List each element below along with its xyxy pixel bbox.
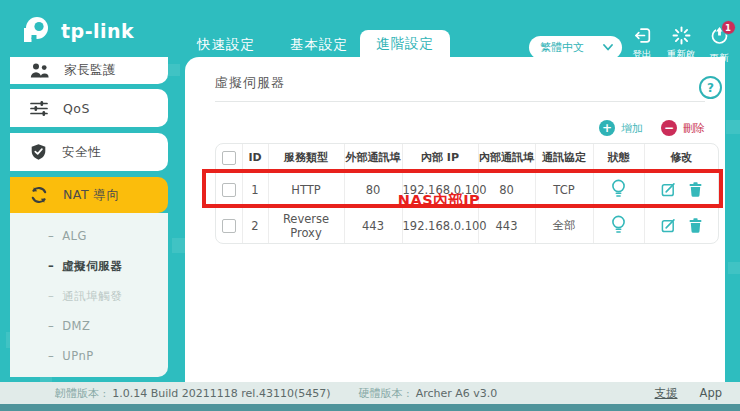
language-value: 繁體中文: [540, 40, 584, 55]
table-row: 2 Reverse Proxy 443 192.168.0.100 443 全部: [216, 208, 718, 244]
cell-service-type: HTTP: [268, 172, 344, 208]
status-lightbulb-icon[interactable]: [611, 179, 626, 198]
sidebar-item-qos[interactable]: QoS: [10, 89, 168, 127]
col-service-type: 服務類型: [268, 144, 344, 172]
col-status: 狀態: [593, 144, 644, 172]
tp-link-logo: tp-link: [16, 13, 134, 49]
footer-bar: 韌體版本 : 1.0.14 Build 20211118 rel.43110(5…: [0, 382, 740, 404]
reboot-label: 重新啟動: [664, 48, 698, 70]
logo-text: tp-link: [61, 20, 134, 42]
security-shield-icon: [30, 143, 47, 161]
nat-submenu: ALG 虛擬伺服器 通訊埠觸發 DMZ UPnP: [10, 213, 168, 377]
app-link[interactable]: App: [700, 386, 722, 400]
reboot-button[interactable]: 重新啟動: [662, 26, 700, 70]
submenu-item-upnp[interactable]: UPnP: [10, 341, 168, 371]
tp-link-logo-icon: [16, 13, 52, 49]
col-id: ID: [242, 144, 268, 172]
chevron-down-icon: [603, 44, 613, 51]
support-link[interactable]: 支援: [655, 386, 678, 401]
select-all-checkbox[interactable]: [222, 151, 236, 165]
title-divider: [215, 101, 705, 102]
sidebar-item-label: 家長監護: [64, 62, 116, 79]
cell-external-port: 443: [344, 208, 402, 244]
delete-label: 刪除: [683, 121, 705, 136]
col-internal-ip: 內部 IP: [402, 144, 478, 172]
status-lightbulb-icon[interactable]: [611, 215, 626, 234]
cell-protocol: TCP: [535, 172, 593, 208]
edit-icon[interactable]: [661, 218, 676, 233]
mosaic-square: [168, 64, 180, 76]
sidebar-item-label: NAT 導向: [63, 187, 120, 204]
cell-service-type: Reverse Proxy: [268, 208, 344, 244]
sidebar-item-parental-controls[interactable]: 家長監護: [10, 57, 168, 84]
sidebar-item-security[interactable]: 安全性: [10, 133, 168, 171]
sidebar-item-label: 安全性: [62, 144, 101, 161]
mosaic-square: [726, 120, 740, 134]
cell-protocol: 全部: [535, 208, 593, 244]
trash-icon[interactable]: [689, 182, 702, 197]
hardware-version-value: Archer A6 v3.0: [416, 387, 498, 400]
firmware-version-label: 韌體版本 :: [55, 386, 106, 401]
cell-external-port: 80: [344, 172, 402, 208]
table-actions: + 增加 − 刪除: [599, 120, 705, 136]
row-checkbox[interactable]: [222, 183, 236, 197]
logout-label: 登出: [633, 48, 652, 59]
table-header-row: ID 服務類型 外部通訊埠 內部 IP 內部通訊埠 通訊協定 狀態 修改: [216, 144, 718, 172]
cell-id: 1: [242, 172, 268, 208]
tab-advanced[interactable]: 進階設定: [360, 30, 450, 57]
add-button[interactable]: + 增加: [599, 120, 643, 136]
tab-basic[interactable]: 基本設定: [290, 36, 348, 54]
tab-advanced-label: 進階設定: [376, 35, 434, 53]
page-title: 虛擬伺服器: [215, 74, 285, 92]
nat-forwarding-icon: [30, 186, 48, 204]
update-badge: 1: [721, 20, 736, 35]
tab-quick-setup[interactable]: 快速設定: [197, 36, 255, 54]
select-all-cell: [216, 144, 242, 172]
mosaic-square: [728, 262, 740, 274]
sidebar-item-label: QoS: [63, 101, 90, 116]
submenu-item-alg[interactable]: ALG: [10, 221, 168, 251]
minus-icon: −: [661, 120, 677, 136]
delete-button[interactable]: − 刪除: [661, 120, 705, 136]
cell-internal-ip: 192.168.0.100: [402, 172, 478, 208]
virtual-servers-table: ID 服務類型 外部通訊埠 內部 IP 內部通訊埠 通訊協定 狀態 修改 1 H…: [215, 143, 719, 244]
col-modify: 修改: [644, 144, 718, 172]
logout-icon: [633, 26, 652, 45]
bottom-strip: [0, 404, 740, 411]
cell-internal-ip: 192.168.0.100: [402, 208, 478, 244]
sidebar-item-nat-forwarding[interactable]: NAT 導向: [10, 177, 168, 213]
submenu-item-dmz[interactable]: DMZ: [10, 311, 168, 341]
col-external-port: 外部通訊埠: [344, 144, 402, 172]
help-icon[interactable]: ?: [699, 76, 722, 99]
trash-icon[interactable]: [689, 218, 702, 233]
edit-icon[interactable]: [661, 182, 676, 197]
update-label: 更新: [710, 52, 729, 63]
qos-icon: [30, 100, 48, 117]
col-internal-port: 內部通訊埠: [478, 144, 535, 172]
col-protocol: 通訊協定: [535, 144, 593, 172]
reboot-icon: [672, 26, 691, 45]
hardware-version-label: 硬體版本 :: [358, 386, 409, 401]
cell-id: 2: [242, 208, 268, 244]
language-select[interactable]: 繁體中文: [529, 36, 622, 59]
parental-controls-icon: [30, 63, 49, 78]
add-icon: +: [599, 120, 615, 136]
logout-button[interactable]: 登出: [624, 26, 660, 59]
table-row: 1 HTTP 80 192.168.0.100 80 TCP: [216, 172, 718, 208]
submenu-item-virtual-servers[interactable]: 虛擬伺服器: [10, 251, 168, 281]
submenu-item-port-triggering[interactable]: 通訊埠觸發: [10, 281, 168, 311]
update-button[interactable]: 1 更新: [702, 26, 736, 63]
add-label: 增加: [621, 121, 643, 136]
firmware-version-value: 1.0.14 Build 20211118 rel.43110(5457): [112, 387, 330, 400]
row-checkbox[interactable]: [222, 219, 236, 233]
